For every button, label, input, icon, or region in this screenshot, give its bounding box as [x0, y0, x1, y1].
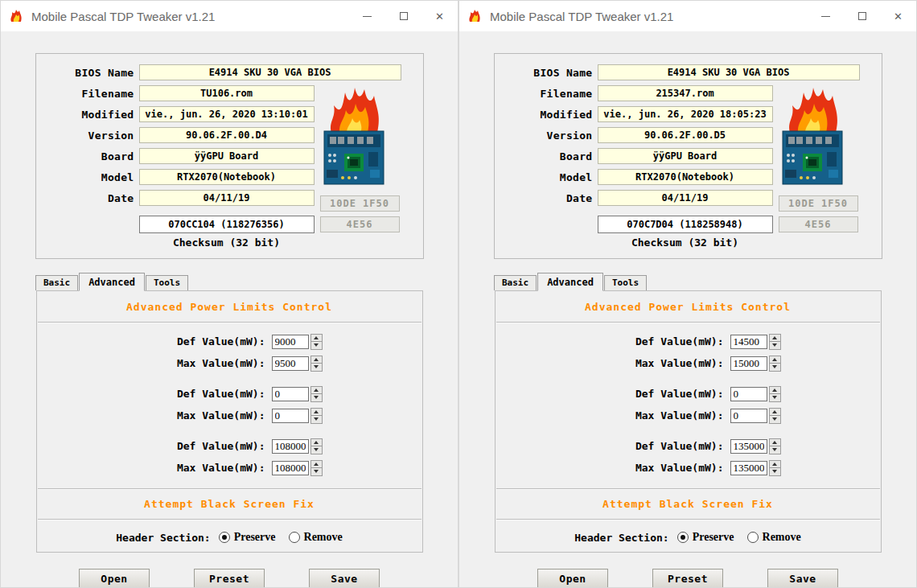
def-value-input-3[interactable] [272, 439, 309, 454]
spin-up-button[interactable] [310, 356, 323, 364]
spin-up-button[interactable] [310, 334, 323, 343]
max-value-input-1[interactable] [272, 356, 309, 371]
tab-tools[interactable]: Tools [604, 275, 647, 290]
spin-up-button[interactable] [769, 460, 781, 469]
subsystem-id-button: 4E56 [779, 216, 858, 232]
spin-down-button[interactable] [310, 394, 323, 402]
spin-up-button[interactable] [310, 460, 323, 469]
tab-advanced[interactable]: Advanced [537, 273, 603, 291]
spin-down-button[interactable] [769, 446, 781, 454]
tab-basic[interactable]: Basic [494, 275, 537, 290]
def-value-input-2[interactable] [730, 387, 767, 401]
spin-up-button[interactable] [769, 408, 781, 417]
tab-advanced[interactable]: Advanced [79, 273, 145, 291]
save-button[interactable]: Save [767, 569, 838, 587]
save-button[interactable]: Save [309, 569, 380, 587]
filename-field: 215347.rom [598, 85, 773, 101]
spin-down-button[interactable] [310, 416, 323, 424]
spin-down-button[interactable] [769, 342, 781, 350]
maximize-icon [400, 12, 408, 20]
app-window: Mobile Pascal TDP Tweaker v1.21 ✕ BIOS N… [458, 0, 917, 588]
spin-up-button[interactable] [310, 408, 323, 417]
radio-preserve[interactable]: Preserve [677, 531, 734, 544]
date-label: Date [495, 192, 593, 204]
black-screen-fix-button[interactable]: Attempt Black Screen Fix [37, 498, 422, 511]
close-button[interactable]: ✕ [880, 1, 916, 31]
value-row: Def Value(mW): [37, 436, 422, 456]
max-value-input-3[interactable] [730, 461, 767, 475]
maximize-button[interactable] [385, 1, 421, 31]
close-button[interactable]: ✕ [421, 1, 458, 31]
minimize-button[interactable] [349, 1, 385, 31]
value-row: Def Value(mW): [496, 331, 881, 352]
def-value-input-1[interactable] [272, 335, 309, 349]
max-value-label-1: Max Value(mW): [177, 357, 265, 369]
value-group: Def Value(mW): Max Value(mW): [37, 436, 422, 478]
power-limits-title: Advanced Power Limits Control [37, 301, 422, 314]
black-screen-fix-button[interactable]: Attempt Black Screen Fix [496, 498, 881, 511]
checksum-field[interactable] [139, 216, 315, 233]
value-spinner [769, 334, 781, 350]
spin-down-button[interactable] [769, 364, 781, 372]
value-spinner [310, 356, 323, 372]
desktop: Mobile Pascal TDP Tweaker v1.21 ✕ BIOS N… [0, 0, 917, 588]
def-value-input-2[interactable] [272, 387, 309, 401]
bios-info-groupbox: BIOS Name E4914 SKU 30 VGA BIOS Filename… [35, 53, 424, 259]
gpu-card-image [320, 83, 388, 189]
window-controls: ✕ [349, 1, 458, 31]
header-section-label: Header Section: [116, 532, 210, 544]
value-row: Max Value(mW): [37, 458, 422, 478]
spin-up-button[interactable] [769, 334, 781, 343]
version-label: Version [36, 130, 134, 142]
app-window: Mobile Pascal TDP Tweaker v1.21 ✕ BIOS N… [0, 0, 458, 588]
tab-basic[interactable]: Basic [35, 275, 78, 290]
max-value-input-2[interactable] [272, 409, 309, 423]
max-value-input-2[interactable] [730, 409, 767, 423]
spin-up-button[interactable] [769, 438, 781, 447]
bottom-button-row: Open Preset Save [459, 569, 916, 587]
board-label: Board [495, 150, 593, 162]
filename-label: Filename [495, 88, 593, 100]
max-value-input-3[interactable] [272, 461, 309, 475]
tab-tools[interactable]: Tools [146, 275, 188, 290]
header-section-label: Header Section: [574, 532, 668, 544]
def-value-input-1[interactable] [730, 335, 767, 349]
checksum-field[interactable] [598, 216, 773, 233]
value-spinner [769, 386, 781, 402]
spin-down-button[interactable] [310, 446, 323, 454]
preset-button[interactable]: Preset [652, 569, 723, 587]
max-value-label-2: Max Value(mW): [635, 409, 724, 421]
def-value-label-3: Def Value(mW): [177, 440, 265, 452]
spin-down-button[interactable] [310, 342, 323, 350]
spin-up-button[interactable] [769, 386, 781, 395]
version-field: 90.06.2F.00.D5 [598, 127, 773, 143]
spin-down-button[interactable] [769, 394, 781, 402]
preset-button[interactable]: Preset [194, 569, 265, 587]
checksum-caption-row: Checksum (32 bit) [495, 236, 882, 249]
maximize-button[interactable] [844, 1, 880, 31]
radio-remove[interactable]: Remove [289, 531, 343, 544]
spin-up-button[interactable] [769, 356, 781, 364]
spin-down-button[interactable] [310, 468, 323, 476]
spin-down-button[interactable] [769, 416, 781, 424]
open-button[interactable]: Open [537, 569, 608, 587]
def-value-label-1: Def Value(mW): [635, 335, 724, 347]
titlebar: Mobile Pascal TDP Tweaker v1.21 ✕ [1, 1, 458, 31]
radio-remove-label: Remove [763, 531, 801, 544]
radio-remove[interactable]: Remove [747, 531, 801, 544]
minimize-button[interactable] [808, 1, 844, 31]
bios-name-field: E4914 SKU 30 VGA BIOS [598, 64, 860, 80]
spin-down-button[interactable] [769, 468, 781, 476]
value-row: Def Value(mW): [496, 384, 881, 404]
radio-remove-circle [289, 532, 300, 543]
radio-preserve[interactable]: Preserve [219, 531, 276, 544]
window-title: Mobile Pascal TDP Tweaker v1.21 [490, 10, 673, 23]
def-value-input-3[interactable] [730, 439, 767, 454]
spin-down-button[interactable] [310, 364, 323, 372]
spin-up-button[interactable] [310, 438, 323, 447]
date-field: 04/11/19 [139, 190, 315, 206]
model-label: Model [36, 171, 134, 183]
max-value-input-1[interactable] [730, 356, 767, 371]
open-button[interactable]: Open [79, 569, 150, 587]
spin-up-button[interactable] [310, 386, 323, 395]
